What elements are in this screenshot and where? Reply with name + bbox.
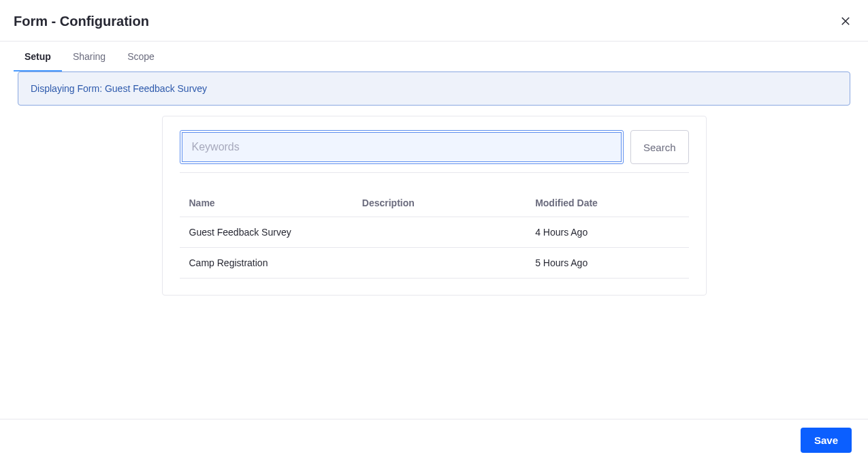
col-name: Name bbox=[180, 189, 353, 217]
save-button[interactable]: Save bbox=[801, 428, 852, 453]
page-title: Form - Configuration bbox=[14, 14, 149, 29]
tab-setup[interactable]: Setup bbox=[14, 42, 62, 71]
search-input[interactable] bbox=[182, 132, 622, 162]
content-area: Displaying Form: Guest Feedback Survey S… bbox=[0, 71, 868, 296]
cell-description bbox=[353, 217, 526, 248]
search-button[interactable]: Search bbox=[630, 130, 689, 164]
close-button[interactable] bbox=[837, 12, 854, 30]
cell-modified: 4 Hours Ago bbox=[526, 217, 688, 248]
search-input-wrap bbox=[180, 130, 624, 164]
modal-footer: Save bbox=[0, 419, 868, 461]
form-select-panel: Search Name Description Modified Date Gu… bbox=[162, 116, 707, 296]
tabs-nav: Setup Sharing Scope bbox=[0, 42, 868, 71]
tab-sharing[interactable]: Sharing bbox=[62, 42, 116, 71]
tab-scope[interactable]: Scope bbox=[116, 42, 165, 71]
table-row[interactable]: Camp Registration 5 Hours Ago bbox=[180, 248, 689, 279]
info-banner: Displaying Form: Guest Feedback Survey bbox=[18, 71, 850, 106]
col-modified: Modified Date bbox=[526, 189, 688, 217]
col-description: Description bbox=[353, 189, 526, 217]
cell-name: Camp Registration bbox=[180, 248, 353, 279]
table-row[interactable]: Guest Feedback Survey 4 Hours Ago bbox=[180, 217, 689, 248]
search-row: Search bbox=[180, 130, 689, 173]
cell-modified: 5 Hours Ago bbox=[526, 248, 688, 279]
table-header-row: Name Description Modified Date bbox=[180, 189, 689, 217]
results-table: Name Description Modified Date Guest Fee… bbox=[180, 189, 689, 279]
modal-header: Form - Configuration bbox=[0, 0, 868, 42]
close-icon bbox=[839, 15, 852, 27]
cell-description bbox=[353, 248, 526, 279]
cell-name: Guest Feedback Survey bbox=[180, 217, 353, 248]
